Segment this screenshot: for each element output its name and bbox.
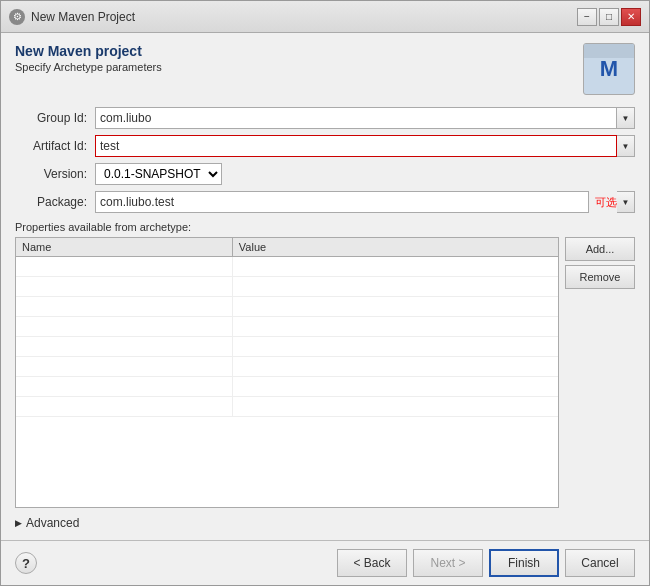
advanced-row[interactable]: ▶ Advanced	[15, 516, 635, 530]
header-text: New Maven project Specify Archetype para…	[15, 43, 162, 73]
package-row: Package: 可选 ▼	[15, 191, 635, 213]
table-header: Name Value	[16, 238, 558, 257]
table-cell-value	[233, 257, 558, 276]
version-input-wrap: 0.0.1-SNAPSHOT	[95, 163, 635, 185]
title-bar-left: ⚙ New Maven Project	[9, 9, 135, 25]
table-cell-value	[233, 397, 558, 416]
maven-icon: M	[583, 43, 635, 95]
page-title: New Maven project	[15, 43, 162, 59]
package-dropdown-arrow[interactable]: ▼	[617, 191, 635, 213]
table-row	[16, 257, 558, 277]
back-button[interactable]: < Back	[337, 549, 407, 577]
table-cell-name	[16, 357, 233, 376]
table-cell-name	[16, 277, 233, 296]
package-input[interactable]	[95, 191, 589, 213]
advanced-label: Advanced	[26, 516, 79, 530]
table-cell-value	[233, 337, 558, 356]
table-cell-name	[16, 397, 233, 416]
properties-section: Name Value	[15, 237, 635, 508]
artifact-id-label: Artifact Id:	[15, 139, 95, 153]
remove-button[interactable]: Remove	[565, 265, 635, 289]
optional-text: 可选	[595, 195, 617, 210]
title-bar-controls: − □ ✕	[577, 8, 641, 26]
group-id-input[interactable]	[95, 107, 617, 129]
maximize-button[interactable]: □	[599, 8, 619, 26]
title-bar: ⚙ New Maven Project − □ ✕	[1, 1, 649, 33]
table-body	[16, 257, 558, 417]
add-button[interactable]: Add...	[565, 237, 635, 261]
table-cell-name	[16, 337, 233, 356]
group-id-dropdown-arrow[interactable]: ▼	[617, 107, 635, 129]
window-icon: ⚙	[9, 9, 25, 25]
table-cell-value	[233, 357, 558, 376]
version-label: Version:	[15, 167, 95, 181]
footer-left: ?	[15, 552, 37, 574]
artifact-id-row: Artifact Id: ▼	[15, 135, 635, 157]
table-header-value: Value	[233, 238, 558, 256]
package-label: Package:	[15, 195, 95, 209]
properties-buttons: Add... Remove	[565, 237, 635, 508]
main-content: New Maven project Specify Archetype para…	[1, 33, 649, 540]
properties-table: Name Value	[15, 237, 559, 508]
page-subtitle: Specify Archetype parameters	[15, 61, 162, 73]
table-cell-name	[16, 317, 233, 336]
table-row	[16, 297, 558, 317]
version-select[interactable]: 0.0.1-SNAPSHOT	[95, 163, 222, 185]
main-window: ⚙ New Maven Project − □ ✕ New Maven proj…	[0, 0, 650, 586]
table-cell-name	[16, 377, 233, 396]
table-header-name: Name	[16, 238, 233, 256]
table-cell-value	[233, 297, 558, 316]
artifact-id-dropdown-arrow[interactable]: ▼	[617, 135, 635, 157]
group-id-label: Group Id:	[15, 111, 95, 125]
table-cell-name	[16, 297, 233, 316]
advanced-arrow-icon: ▶	[15, 518, 22, 528]
table-cell-value	[233, 377, 558, 396]
table-cell-value	[233, 277, 558, 296]
package-input-wrap: 可选 ▼	[95, 191, 635, 213]
header-section: New Maven project Specify Archetype para…	[15, 43, 635, 95]
table-row	[16, 317, 558, 337]
footer-right: < Back Next > Finish Cancel	[337, 549, 635, 577]
minimize-button[interactable]: −	[577, 8, 597, 26]
finish-button[interactable]: Finish	[489, 549, 559, 577]
group-id-input-wrap: ▼	[95, 107, 635, 129]
next-button[interactable]: Next >	[413, 549, 483, 577]
window-title: New Maven Project	[31, 10, 135, 24]
table-row	[16, 277, 558, 297]
table-row	[16, 397, 558, 417]
version-row: Version: 0.0.1-SNAPSHOT	[15, 163, 635, 185]
table-row	[16, 357, 558, 377]
footer: ? < Back Next > Finish Cancel	[1, 540, 649, 585]
cancel-button[interactable]: Cancel	[565, 549, 635, 577]
properties-label: Properties available from archetype:	[15, 221, 635, 233]
artifact-id-input-wrap: ▼	[95, 135, 635, 157]
table-cell-name	[16, 257, 233, 276]
help-button[interactable]: ?	[15, 552, 37, 574]
table-row	[16, 377, 558, 397]
close-button[interactable]: ✕	[621, 8, 641, 26]
artifact-id-input[interactable]	[95, 135, 617, 157]
group-id-row: Group Id: ▼	[15, 107, 635, 129]
table-cell-value	[233, 317, 558, 336]
table-row	[16, 337, 558, 357]
